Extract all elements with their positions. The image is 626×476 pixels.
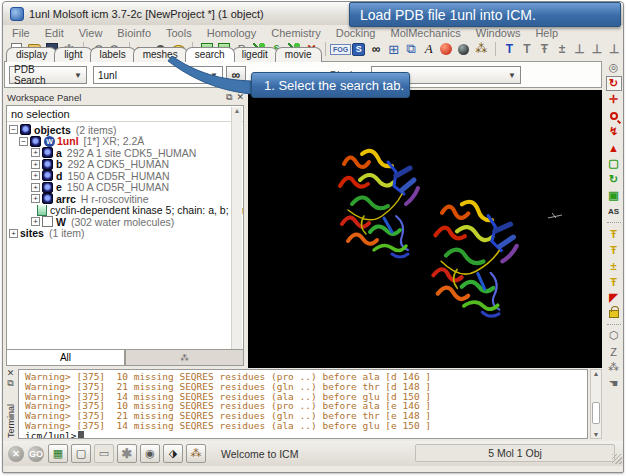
pin-top-icon[interactable]: T [519, 41, 534, 57]
tree-row-water[interactable]: + W (302 water molecules) [7, 216, 243, 228]
tab-display[interactable]: display [6, 47, 57, 62]
terminal-float-icon[interactable]: ⧉ [7, 378, 13, 389]
expand-icon[interactable]: + [31, 217, 40, 226]
stop-button[interactable]: ✕ [8, 446, 24, 462]
menu-windows[interactable]: Windows [476, 27, 521, 39]
pick-atom-icon[interactable]: ▲ [606, 140, 622, 155]
sphere-icon[interactable] [456, 41, 471, 57]
z-rotate-tool-icon[interactable]: ↯ [606, 124, 622, 139]
binoculars-icon[interactable]: ∞ [369, 41, 384, 57]
tree-row-1unl[interactable]: − W 1unl [1*] XR; 2.2Å [7, 136, 243, 148]
expand-icon[interactable]: + [31, 194, 40, 203]
select-rotate-icon[interactable]: ↻ [606, 172, 622, 187]
stereo-icon[interactable]: S [351, 41, 366, 57]
panel-close-icon[interactable]: ✕ [236, 92, 244, 103]
tab-meshes[interactable]: meshes [133, 47, 188, 62]
panel-float-icon[interactable]: ⧉ [226, 92, 232, 103]
fog-toggle-icon[interactable]: FOG [332, 41, 349, 57]
tools-button[interactable]: ⁂ [186, 444, 206, 463]
settings-button[interactable]: ✱ [117, 444, 137, 463]
tree-row-objects[interactable]: − objects (2 items) [7, 124, 243, 136]
workspace-scrollbar[interactable]: ▲ [231, 107, 242, 350]
zoom-tool-icon[interactable] [606, 108, 622, 123]
graphics-viewport[interactable] [248, 90, 602, 368]
tree-row-sequence[interactable]: cyclin-dependent kinase 5; chain: a, b; … [7, 205, 243, 217]
search-query-input[interactable]: 1unl▼ [93, 66, 223, 84]
menu-help[interactable]: Help [535, 27, 558, 39]
menu-molmechanics[interactable]: MolMechanics [390, 27, 460, 39]
expand-icon[interactable]: + [31, 171, 40, 180]
terminal-scrollbar[interactable]: ▲ ▼ [590, 369, 602, 439]
collapse-icon[interactable]: − [19, 137, 28, 146]
tree-row-chain-b[interactable]: + b 292 A CDK5_HUMAN [7, 159, 243, 171]
scroll-up-icon[interactable]: ▲ [593, 370, 600, 377]
center-view-icon[interactable]: ◎ [606, 60, 622, 75]
expand-icon[interactable]: + [9, 229, 18, 238]
expand-icon[interactable]: + [31, 160, 40, 169]
split-view-icon[interactable]: ⊞ [386, 41, 401, 57]
tab-movie[interactable]: movie [275, 47, 322, 62]
pin-low-icon[interactable]: ⊥ [572, 41, 587, 57]
z-sort-icon[interactable]: Z [606, 344, 622, 359]
tree-row-ligand-arrc[interactable]: + arrc H r-roscovitine [7, 193, 243, 205]
terminal-close-icon[interactable]: ✕ [7, 368, 15, 378]
pin-bottom-icon[interactable]: ⊥ [589, 41, 604, 57]
mesh-tool-icon[interactable]: ⬡ [606, 328, 622, 343]
tab-search[interactable]: search [185, 47, 235, 62]
tree-row-sites[interactable]: + sites (1 item) [7, 228, 243, 240]
clash-bottom-icon[interactable]: Ŧ [606, 274, 622, 289]
snapshot-button[interactable]: ◉ [140, 444, 160, 463]
water-checkbox[interactable] [42, 216, 53, 227]
atom-select-icon[interactable]: AS [606, 204, 622, 219]
run-search-button[interactable]: ∞ [226, 66, 246, 84]
terminal-output[interactable]: Warning> [375] 10 missing SEQRES residue… [18, 369, 588, 439]
lock-icon[interactable] [606, 306, 622, 321]
cascade-windows-icon[interactable]: ⧉ [404, 41, 419, 57]
expand-icon[interactable]: + [31, 183, 40, 192]
scrollbar-thumb[interactable] [592, 402, 600, 424]
pin-blue-icon[interactable]: T [502, 41, 517, 57]
resize-grip[interactable] [612, 454, 622, 464]
hand-tool-icon[interactable]: ☚ [606, 376, 622, 391]
menu-docking[interactable]: Docking [336, 27, 376, 39]
tab-labels[interactable]: labels [90, 47, 136, 62]
fan-display-icon[interactable]: ◤ [606, 290, 622, 305]
globe-icon[interactable] [438, 41, 453, 57]
go-button[interactable]: GO [28, 446, 44, 462]
menu-bioinfo[interactable]: Bioinfo [117, 27, 151, 39]
drive-mode-button[interactable]: ⬗ [163, 444, 183, 463]
display-style-button[interactable]: ▦ [48, 444, 68, 463]
select-box-icon[interactable]: ▢ [606, 156, 622, 171]
clash-mid-icon[interactable]: Ŧ [606, 242, 622, 257]
workspace-tab-structure[interactable]: ⁂ [125, 350, 244, 366]
scroll-down-icon[interactable]: ▼ [593, 431, 600, 438]
workspace-tab-all[interactable]: All [6, 350, 125, 366]
search-mode-select[interactable]: PDB Search▼ [9, 66, 87, 84]
clash-top-icon[interactable]: Ŧ [606, 226, 622, 241]
pin-center-icon[interactable]: ± [554, 41, 569, 57]
select-sphere-icon[interactable]: ▣ [606, 188, 622, 203]
collapse-icon[interactable]: − [9, 125, 18, 134]
tab-ligedit[interactable]: ligedit [232, 47, 278, 62]
magic-wand-icon[interactable]: ⁂ [473, 41, 488, 57]
menu-tools[interactable]: Tools [166, 27, 192, 39]
clash-center-icon[interactable]: ± [606, 258, 622, 273]
expand-icon[interactable]: + [31, 148, 40, 157]
menu-homology[interactable]: Homology [207, 27, 257, 39]
spray-tool-icon[interactable]: ⁂ [606, 360, 622, 375]
menu-file[interactable]: File [12, 27, 30, 39]
rotate-tool-icon[interactable]: ↻ [606, 76, 622, 91]
menu-edit[interactable]: Edit [45, 27, 64, 39]
pin-base-icon[interactable]: ⊥ [607, 41, 622, 57]
translate-tool-icon[interactable]: ✛ [606, 92, 622, 107]
tab-light[interactable]: light [54, 47, 92, 62]
tree-row-chain-a[interactable]: + a 292 A 1 site CDK5_HUMAN [7, 147, 243, 159]
fullscreen-button[interactable]: ▢ [71, 444, 91, 463]
window-layout-button[interactable]: ▭ [94, 444, 114, 463]
tree-row-chain-d[interactable]: + d 150 A CD5R_HUMAN [7, 170, 243, 182]
tree-row-chain-e[interactable]: + e 150 A CD5R_HUMAN [7, 182, 243, 194]
menu-chemistry[interactable]: Chemistry [271, 27, 321, 39]
annotation-text-icon[interactable]: A [421, 41, 436, 57]
menu-view[interactable]: View [79, 27, 103, 39]
pin-mid-icon[interactable]: Ŧ [537, 41, 552, 57]
